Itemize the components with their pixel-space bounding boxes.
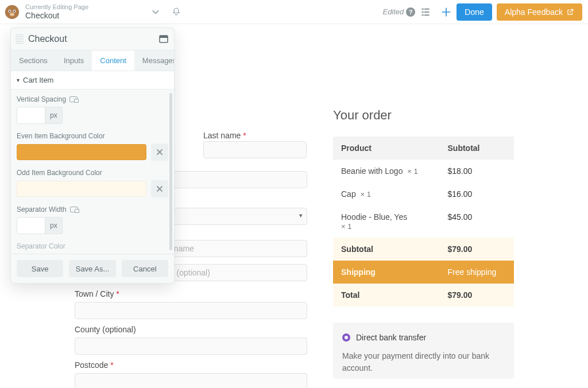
- settings-panel: Checkout Sections Inputs Content Message…: [10, 28, 175, 284]
- responsive-icon[interactable]: [69, 96, 78, 102]
- svg-point-5: [10, 13, 14, 16]
- svg-point-4: [14, 10, 15, 11]
- help-icon[interactable]: ?: [406, 7, 415, 17]
- separator-color-label: Separator Color: [17, 242, 168, 250]
- external-link-icon: [566, 8, 574, 16]
- tab-inputs[interactable]: Inputs: [56, 51, 92, 71]
- table-row: Cap × 1 $16.00: [333, 183, 514, 205]
- chevron-down-icon: ▾: [17, 77, 20, 83]
- page-title: Checkout: [25, 11, 88, 20]
- town-label: Town / City *: [75, 289, 307, 298]
- town-input[interactable]: [75, 302, 307, 319]
- unit-label[interactable]: px: [45, 107, 63, 124]
- payment-description: Make your payment directly into our bank…: [342, 350, 505, 374]
- panel-body: Vertical Spacing px Even Item Background…: [11, 90, 174, 254]
- alpha-feedback-label: Alpha Feedback: [505, 7, 563, 17]
- unit-label[interactable]: px: [45, 217, 63, 234]
- drag-handle-icon[interactable]: [16, 34, 24, 44]
- section-cart-item[interactable]: ▾ Cart Item: [11, 71, 174, 90]
- odd-bg-label: Odd Item Background Color: [17, 169, 168, 177]
- tab-messages[interactable]: Messages: [134, 51, 175, 71]
- page-info: Currently Editing Page Checkout: [25, 3, 88, 20]
- vertical-spacing-input[interactable]: [17, 107, 45, 124]
- county-input[interactable]: [75, 337, 307, 355]
- app-logo: [5, 5, 20, 20]
- payment-option[interactable]: Direct bank transfer: [342, 333, 505, 342]
- radio-icon: [342, 333, 350, 342]
- add-icon[interactable]: [436, 6, 457, 18]
- cancel-button[interactable]: Cancel: [122, 260, 168, 277]
- clear-even-bg[interactable]: [151, 143, 168, 161]
- col-product: Product: [333, 137, 440, 160]
- tab-content[interactable]: Content: [92, 51, 134, 71]
- required-mark: *: [243, 131, 246, 140]
- vertical-spacing-label: Vertical Spacing: [17, 95, 168, 103]
- svg-point-0: [5, 5, 19, 18]
- clear-odd-bg[interactable]: [151, 180, 168, 197]
- odd-bg-swatch[interactable]: [17, 181, 146, 197]
- window-mode-icon[interactable]: [159, 35, 168, 43]
- table-row: Beanie with Logo × 1 $18.00: [333, 160, 514, 183]
- section-title: Cart Item: [23, 76, 53, 84]
- panel-header[interactable]: Checkout: [11, 28, 174, 51]
- table-row: Hoodie - Blue, Yes× 1 $45.00: [333, 205, 514, 238]
- order-heading: Your order: [333, 108, 514, 123]
- order-summary: Your order Product Subtotal Beanie with …: [333, 108, 514, 379]
- done-button[interactable]: Done: [457, 3, 492, 21]
- shipping-row: Shipping Free shipping: [333, 261, 514, 284]
- total-row: Total $79.00: [333, 284, 514, 306]
- svg-rect-7: [160, 36, 168, 38]
- alpha-feedback-button[interactable]: Alpha Feedback: [497, 3, 582, 21]
- svg-point-3: [9, 10, 10, 11]
- postcode-label: Postcode *: [75, 360, 307, 370]
- responsive-icon[interactable]: [70, 207, 78, 212]
- even-bg-label: Even Item Background Color: [17, 132, 168, 140]
- separator-width-label: Separator Width: [17, 205, 168, 214]
- tab-sections[interactable]: Sections: [11, 51, 56, 71]
- county-label: County (optional): [75, 325, 307, 334]
- outline-icon[interactable]: [415, 7, 436, 17]
- last-name-label: Last name *: [203, 131, 246, 140]
- chevron-down-icon: ▾: [299, 212, 303, 219]
- save-button[interactable]: Save: [17, 260, 63, 277]
- edited-label: Edited: [382, 7, 404, 16]
- col-subtotal: Subtotal: [440, 137, 514, 160]
- topbar: Currently Editing Page Checkout Edited ?…: [0, 0, 588, 24]
- notifications-icon[interactable]: [171, 7, 181, 17]
- panel-footer: Save Save As... Cancel: [11, 254, 174, 283]
- payment-box: Direct bank transfer Make your payment d…: [333, 323, 514, 379]
- payment-option-label: Direct bank transfer: [356, 333, 426, 342]
- postcode-input[interactable]: [75, 373, 307, 388]
- panel-tabs: Sections Inputs Content Messages •••: [11, 51, 174, 71]
- page-dropdown[interactable]: [152, 8, 160, 16]
- save-as-button[interactable]: Save As...: [69, 260, 115, 277]
- subtotal-row: Subtotal $79.00: [333, 238, 514, 261]
- even-bg-swatch[interactable]: [17, 144, 146, 160]
- last-name-input[interactable]: [203, 141, 307, 158]
- order-table: Product Subtotal Beanie with Logo × 1 $1…: [333, 137, 514, 306]
- separator-width-input[interactable]: [17, 217, 45, 234]
- panel-title: Checkout: [28, 34, 159, 44]
- editing-label: Currently Editing Page: [25, 3, 88, 11]
